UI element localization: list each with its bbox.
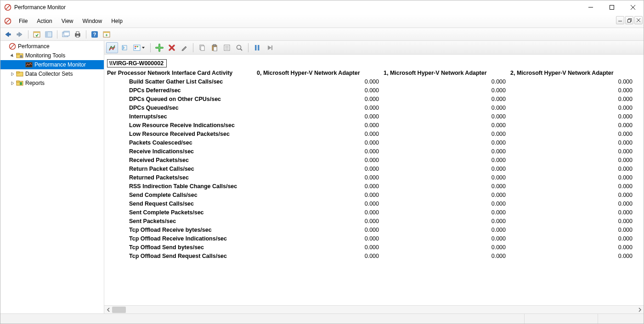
scroll-thumb[interactable]: [112, 307, 126, 313]
svg-rect-14: [17, 34, 20, 35]
counter-name: DPCs Queued on Other CPUs/sec: [107, 95, 254, 103]
counter-value: 0.000: [381, 199, 508, 208]
separator: [86, 30, 86, 39]
menu-view[interactable]: View: [57, 14, 78, 28]
statusbar: [0, 313, 644, 324]
counter-value: 0.000: [381, 217, 508, 225]
counter-value: 0.000: [254, 112, 381, 121]
horizontal-scrollbar[interactable]: [104, 305, 644, 313]
print-button[interactable]: [72, 29, 83, 39]
menu-file[interactable]: File: [14, 14, 32, 28]
forward-button[interactable]: [14, 29, 25, 39]
svg-line-55: [241, 49, 243, 50]
instance-header: 0, Microsoft Hyper-V Network Adapter: [254, 68, 381, 77]
mdi-minimize[interactable]: [616, 16, 624, 24]
main-toolbar: ?: [0, 28, 644, 41]
scroll-track[interactable]: [112, 307, 636, 313]
counter-name: Sent Complete Packets/sec: [107, 208, 254, 217]
performance-icon: [9, 43, 16, 50]
counter-name: Receive Indications/sec: [107, 147, 254, 156]
separator: [248, 43, 249, 52]
counter-value: 0.000: [508, 208, 634, 217]
counter-value: 0.000: [381, 208, 508, 217]
counter-value: 0.000: [508, 225, 634, 234]
menu-window[interactable]: Window: [78, 14, 107, 28]
app-icon: [4, 4, 11, 11]
properties-counter-button[interactable]: [221, 42, 233, 53]
svg-rect-48: [213, 45, 216, 46]
counter-name: DPCs Deferred/sec: [107, 86, 254, 95]
counter-name: Tcp Offload Receive bytes/sec: [107, 225, 254, 234]
svg-rect-56: [255, 45, 257, 50]
mdi-restore[interactable]: [625, 16, 633, 24]
separator: [193, 43, 193, 52]
perfmon-icon: [25, 61, 33, 68]
expand-icon[interactable]: [10, 81, 15, 85]
svg-rect-49: [214, 47, 217, 51]
titlebar: Performance Monitor: [0, 0, 644, 14]
add-counter-button[interactable]: [153, 42, 165, 53]
properties-button[interactable]: [43, 29, 54, 39]
counter-value: 0.000: [508, 173, 634, 182]
counter-value: 0.000: [381, 225, 508, 234]
svg-rect-3: [610, 6, 614, 10]
collapse-icon[interactable]: [10, 54, 15, 58]
svg-rect-24: [76, 32, 79, 34]
zoom-button[interactable]: [233, 42, 245, 53]
menu-action[interactable]: Action: [32, 14, 56, 28]
counter-value: 0.000: [254, 199, 381, 208]
perfmon-toolbar: [104, 41, 644, 55]
tree-node-performance[interactable]: Performance: [0, 42, 104, 51]
svg-rect-46: [201, 46, 204, 50]
tree-node-reports[interactable]: Reports: [0, 78, 104, 88]
freeze-button[interactable]: [251, 42, 263, 53]
view-histogram-button[interactable]: [119, 42, 130, 53]
counter-value: 0.000: [254, 164, 381, 173]
scroll-right-icon[interactable]: [636, 306, 644, 313]
counter-value: 0.000: [381, 95, 508, 103]
counter-value: 0.000: [254, 217, 381, 225]
tree-label: Reports: [25, 80, 45, 86]
view-report-button[interactable]: [131, 42, 147, 53]
counter-value: 0.000: [508, 190, 634, 199]
svg-rect-16: [34, 32, 40, 33]
mdi-close[interactable]: [634, 16, 643, 24]
tree-node-data-collector-sets[interactable]: Data Collector Sets: [0, 69, 104, 78]
copy-button[interactable]: [196, 42, 208, 53]
highlight-button[interactable]: [178, 42, 190, 53]
close-button[interactable]: [622, 0, 644, 14]
counter-value: 0.000: [254, 243, 381, 251]
refresh-button[interactable]: [101, 29, 112, 39]
counter-value: 0.000: [254, 95, 381, 103]
view-graph-button[interactable]: [106, 42, 118, 53]
mdi-controls: [616, 16, 643, 24]
minimize-button[interactable]: [580, 0, 601, 14]
counter-name: Returned Packets/sec: [107, 173, 254, 182]
counter-value: 0.000: [254, 103, 381, 112]
menu-help[interactable]: Help: [107, 14, 127, 28]
show-hide-tree-button[interactable]: [31, 29, 42, 39]
counter-name: Build Scatter Gather List Calls/sec: [107, 77, 254, 86]
help-button[interactable]: ?: [89, 29, 100, 39]
counter-value: 0.000: [508, 121, 634, 129]
svg-rect-25: [76, 35, 79, 37]
counter-name: Send Request Calls/sec: [107, 199, 254, 208]
separator: [28, 30, 28, 39]
svg-line-31: [11, 45, 14, 48]
new-window-button[interactable]: [60, 29, 71, 39]
update-button[interactable]: [264, 42, 276, 53]
maximize-button[interactable]: [601, 0, 622, 14]
paste-button[interactable]: [209, 42, 220, 53]
svg-rect-57: [258, 45, 260, 50]
separator: [150, 43, 151, 52]
tree-node-performance-monitor[interactable]: Performance Monitor: [0, 60, 104, 69]
scroll-left-icon[interactable]: [104, 306, 112, 313]
delete-counter-button[interactable]: [166, 42, 178, 53]
counter-name: Packets Coalesced/sec: [107, 138, 254, 147]
expand-icon[interactable]: [10, 72, 15, 76]
tree-node-monitoring-tools[interactable]: Monitoring Tools: [0, 51, 104, 60]
counter-value: 0.000: [508, 199, 634, 208]
svg-line-1: [6, 6, 10, 9]
counter-value: 0.000: [254, 173, 381, 182]
back-button[interactable]: [2, 29, 13, 39]
